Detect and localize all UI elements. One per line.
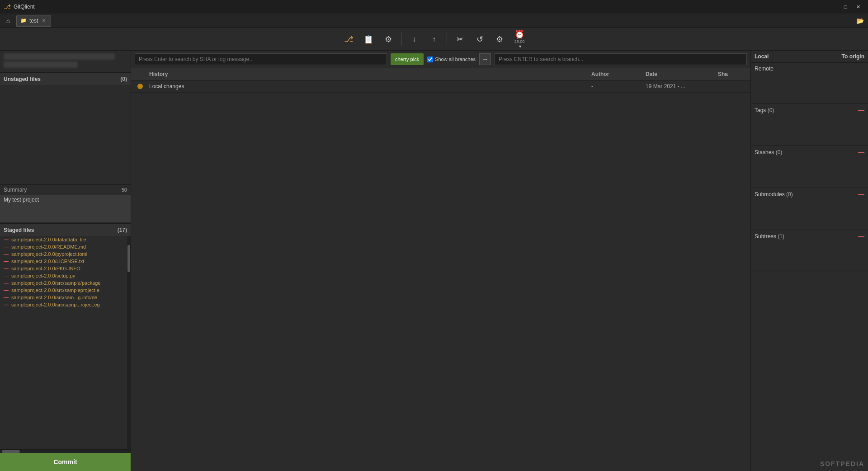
tags-collapse-icon: — [858, 107, 864, 114]
search-input[interactable] [135, 53, 387, 65]
minimize-button[interactable]: ─ [826, 2, 839, 11]
summary-input[interactable] [0, 195, 131, 222]
open-folder-icon: 📂 [856, 17, 864, 24]
submodules-section-content [751, 201, 868, 228]
toolbar-settings-button[interactable]: ⚙ [491, 30, 509, 48]
subtrees-section-header[interactable]: Subtrees (1) — [751, 230, 868, 243]
remote-section-content [751, 75, 868, 102]
staged-file-name: sampleproject-2.0.0/data/data_file [11, 237, 86, 242]
staged-file-name: sampleproject-2.0.0/README.md [11, 244, 86, 250]
list-item[interactable]: —sampleproject-2.0.0/setup.py [0, 272, 127, 279]
staged-label: Staged files [4, 227, 34, 233]
stashes-label: Stashes (0) [755, 149, 782, 155]
staged-count: (17) [118, 227, 127, 233]
summary-header: Summary 50 [0, 185, 131, 195]
branch-search-icon-button[interactable]: → [479, 53, 491, 65]
staged-scrollbar-y[interactable] [127, 236, 131, 449]
staged-file-name: sampleproject-2.0.0/setup.py [11, 273, 75, 278]
right-panel: Local To origin Remote Tags (0) — Stashe… [750, 51, 868, 471]
tab-close-button[interactable]: ✕ [41, 18, 47, 24]
unstaged-count: (0) [120, 76, 127, 82]
list-item[interactable]: —sampleproject-2.0.0/src/samp...roject.e… [0, 301, 127, 308]
list-item[interactable]: —sampleproject-2.0.0/src/sampleproject.e [0, 287, 127, 294]
remote-section: Remote [751, 63, 868, 104]
minus-icon: — [4, 266, 9, 271]
staged-scroll-thumb-y [127, 245, 130, 272]
repo-tab[interactable]: 📁 test ✕ [16, 15, 51, 27]
app-title: GitQlient [14, 4, 826, 10]
app-icon: ⎇ [4, 3, 11, 10]
staged-scrollbar-h[interactable] [0, 449, 131, 453]
list-item[interactable]: —sampleproject-2.0.0/LICENSE.txt [0, 258, 127, 265]
commit-button[interactable]: Commit [0, 453, 131, 471]
col-date-header: Date [642, 71, 714, 77]
search-bar: cherry pick Show all branches → [131, 51, 750, 68]
staged-list: —sampleproject-2.0.0/data/data_file—samp… [0, 236, 127, 308]
submodules-collapse-icon: — [858, 191, 864, 198]
cherry-pick-button[interactable]: cherry pick [391, 53, 424, 65]
minus-icon: — [4, 244, 9, 250]
show-branches-label[interactable]: Show all branches [427, 57, 476, 62]
toolbar-tools-button[interactable]: ✂ [451, 30, 469, 48]
tags-section-header[interactable]: Tags (0) — [751, 104, 868, 117]
open-folder-button[interactable]: 📂 [854, 14, 866, 27]
maximize-button[interactable]: □ [839, 2, 852, 11]
timer-label: 25:00 [514, 39, 525, 44]
timer-dropdown-wrapper: ⏰ 25:00 [514, 29, 525, 44]
unstaged-area [0, 85, 131, 184]
stashes-section-content [751, 159, 868, 186]
staged-file-name: sampleproject-2.0.0/src/sam...g-info/de [11, 295, 97, 300]
unstaged-section-header: Unstaged files (0) [0, 73, 131, 85]
submodules-label: Submodules (0) [755, 191, 793, 198]
branch-search-input[interactable] [495, 53, 747, 65]
list-item[interactable]: —sampleproject-2.0.0/data/data_file [0, 236, 127, 243]
pull-icon: ↓ [412, 35, 416, 43]
subtrees-section-content [751, 243, 868, 270]
minus-icon: — [4, 287, 9, 293]
submodules-section-header[interactable]: Submodules (0) — [751, 188, 868, 201]
summary-label: Summary [4, 187, 27, 193]
show-branches-checkbox[interactable] [427, 57, 433, 62]
repo-info-line-2 [4, 61, 78, 68]
staged-file-name: sampleproject-2.0.0/LICENSE.txt [11, 259, 84, 264]
stashes-collapse-icon: — [858, 149, 864, 156]
tab-icon: 📁 [20, 18, 27, 24]
tab-label: test [29, 18, 38, 24]
tools-icon: ✂ [457, 34, 463, 44]
staged-file-name: sampleproject-2.0.0/src/sampleproject.e [11, 287, 99, 293]
main-area: Unstaged files (0) Summary 50 Staged fil… [0, 51, 868, 471]
col-author-header: Author [588, 71, 642, 77]
minus-icon: — [4, 251, 9, 257]
settings-icon: ⚙ [496, 34, 503, 44]
stash-icon: 📋 [363, 34, 373, 44]
table-row[interactable]: Local changes - 19 Mar 2021 - ... [131, 80, 750, 93]
stashes-section-header[interactable]: Stashes (0) — [751, 146, 868, 159]
toolbar-branch-button[interactable]: ⎇ [340, 30, 358, 48]
toolbar-stash-button[interactable]: 📋 [359, 30, 377, 48]
left-panel: Unstaged files (0) Summary 50 Staged fil… [0, 51, 131, 471]
right-header: Local To origin [751, 51, 868, 63]
timer-dropdown-arrow: ▾ [519, 44, 521, 49]
close-button[interactable]: ✕ [852, 2, 864, 11]
subtrees-section: Subtrees (1) — [751, 230, 868, 272]
list-item[interactable]: —sampleproject-2.0.0/src/sam...g-info/de [0, 294, 127, 301]
toolbar-timer-button[interactable]: ⏰ 25:00 ▾ [510, 30, 528, 48]
remote-section-header[interactable]: Remote [751, 63, 868, 75]
toolbar-pull-button[interactable]: ↓ [405, 30, 423, 48]
refresh-icon: ↺ [476, 34, 483, 44]
staged-section: Staged files (17) —sampleproject-2.0.0/d… [0, 223, 131, 453]
branch-icon: ⎇ [344, 34, 354, 44]
repo-info-line-1 [4, 53, 115, 60]
merge-icon: ⚙ [385, 34, 392, 44]
list-item[interactable]: —sampleproject-2.0.0/src/sample/package [0, 279, 127, 287]
list-item[interactable]: —sampleproject-2.0.0/README.md [0, 243, 127, 250]
home-button[interactable]: ⌂ [2, 14, 14, 27]
history-header: History Author Date Sha [131, 68, 750, 80]
toolbar-merge-button[interactable]: ⚙ [379, 30, 397, 48]
list-item[interactable]: —sampleproject-2.0.0/PKG-INFO [0, 265, 127, 272]
toolbar-refresh-button[interactable]: ↺ [471, 30, 489, 48]
list-item[interactable]: —sampleproject-2.0.0/pyproject.toml [0, 250, 127, 258]
toolbar-push-button[interactable]: ↑ [425, 30, 443, 48]
repo-info [0, 51, 131, 73]
staged-file-name: sampleproject-2.0.0/PKG-INFO [11, 266, 80, 271]
